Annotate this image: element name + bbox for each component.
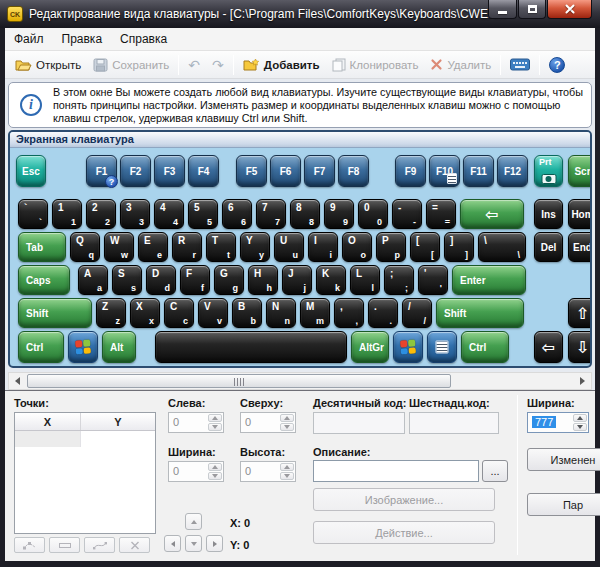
key-3[interactable]: 33	[120, 199, 150, 229]
browse-button[interactable]: ...	[482, 460, 508, 482]
key-f3[interactable]: F3	[154, 155, 185, 187]
key-minus[interactable]: --	[392, 199, 422, 229]
help-button[interactable]: ?	[543, 54, 571, 76]
key-f6[interactable]: F6	[270, 155, 301, 187]
horizontal-scrollbar[interactable]	[8, 372, 592, 390]
key-b[interactable]: Bb	[232, 298, 262, 328]
open-button[interactable]: Открыть	[9, 55, 87, 75]
save-button[interactable]: Сохранить	[87, 55, 175, 75]
key-a[interactable]: Aa	[78, 265, 108, 295]
menu-file[interactable]: Файл	[5, 29, 53, 49]
key-z[interactable]: Zz	[96, 298, 126, 328]
key-del[interactable]: Del	[534, 232, 563, 262]
key-f8[interactable]: F8	[338, 155, 369, 187]
params-button[interactable]: Пар	[527, 493, 600, 516]
key-tab[interactable]: Tab	[18, 232, 66, 262]
image-button[interactable]: Изображение...	[313, 488, 495, 511]
decimal-code-field[interactable]	[313, 412, 405, 434]
key-quote[interactable]: ''	[418, 265, 448, 295]
key-print-screen[interactable]: Prt	[534, 155, 563, 187]
key-p[interactable]: Pp	[376, 232, 406, 262]
scrollbar-thumb[interactable]	[27, 374, 451, 388]
delete-button[interactable]: Удалить	[424, 55, 497, 74]
key-x[interactable]: Xx	[130, 298, 160, 328]
change-button[interactable]: Изменен	[527, 448, 600, 471]
key-scroll-lock[interactable]: Scr	[568, 155, 592, 187]
key-backspace[interactable]: ⇦	[460, 199, 524, 229]
key-semicolon[interactable]: ;;	[384, 265, 414, 295]
key-g[interactable]: Gg	[214, 265, 244, 295]
key-home[interactable]: Hom	[568, 199, 592, 229]
key-period[interactable]: ..	[368, 298, 398, 328]
key-h[interactable]: Hh	[248, 265, 278, 295]
key-f12[interactable]: F12	[497, 155, 528, 187]
key-shift-left[interactable]: Shift	[18, 298, 92, 328]
key-caps[interactable]: Caps	[18, 265, 70, 295]
scroll-left-button[interactable]	[9, 373, 26, 389]
key-f11[interactable]: F11	[463, 155, 494, 187]
maximize-button[interactable]	[518, 0, 546, 19]
key-enter[interactable]: Enter	[452, 265, 526, 295]
column-header-x[interactable]: X	[15, 413, 81, 430]
key-arrow-left[interactable]: ⇦	[534, 331, 563, 363]
close-button[interactable]	[547, 0, 592, 19]
key-n[interactable]: Nn	[266, 298, 296, 328]
rectangle-button[interactable]	[49, 537, 80, 553]
key-bracket-left[interactable]: [[	[410, 232, 440, 262]
clone-button[interactable]: Клонировать	[326, 55, 425, 75]
key-arrow-down[interactable]: ⇩	[568, 331, 592, 363]
key-r[interactable]: Rr	[172, 232, 202, 262]
key-t[interactable]: Tt	[206, 232, 236, 262]
add-point-button[interactable]	[14, 537, 45, 553]
column-header-y[interactable]: Y	[81, 413, 155, 430]
key-e[interactable]: Ee	[138, 232, 168, 262]
add-button[interactable]: Добавить	[237, 55, 326, 75]
delete-point-button[interactable]	[119, 537, 150, 553]
key-ctrl-right[interactable]: Ctrl	[461, 331, 509, 363]
key-backquote[interactable]: ``	[18, 199, 48, 229]
key-8[interactable]: 88	[290, 199, 320, 229]
key-slash[interactable]: //	[402, 298, 432, 328]
key-7[interactable]: 77	[256, 199, 286, 229]
key-d[interactable]: Dd	[146, 265, 176, 295]
table-row[interactable]	[15, 431, 155, 447]
key-4[interactable]: 44	[154, 199, 184, 229]
key-f5[interactable]: F5	[236, 155, 267, 187]
key-f2[interactable]: F2	[120, 155, 151, 187]
key-ins[interactable]: Ins	[534, 199, 563, 229]
spin-down-button[interactable]	[208, 472, 222, 480]
key-f1[interactable]: F1?	[86, 155, 117, 187]
keyboard-view-button[interactable]	[504, 55, 536, 74]
spin-down-button[interactable]	[280, 472, 294, 480]
key-ctrl-left[interactable]: Ctrl	[18, 331, 64, 363]
nudge-left-button[interactable]	[164, 535, 181, 552]
key-u[interactable]: Uu	[274, 232, 304, 262]
key-f4[interactable]: F4	[188, 155, 219, 187]
height-spinner[interactable]: 0	[240, 461, 296, 482]
key-shift-right[interactable]: Shift	[436, 298, 524, 328]
key-f9[interactable]: F9	[395, 155, 426, 187]
key-win-left[interactable]	[68, 331, 98, 363]
key-v[interactable]: Vv	[198, 298, 228, 328]
key-menu-key[interactable]	[427, 331, 457, 363]
scroll-right-button[interactable]	[574, 373, 591, 389]
polyline-button[interactable]	[84, 537, 115, 553]
key-alt[interactable]: Alt	[102, 331, 136, 363]
key-o[interactable]: Oo	[342, 232, 372, 262]
menu-help[interactable]: Справка	[111, 29, 176, 49]
key-f[interactable]: Ff	[180, 265, 210, 295]
key-l[interactable]: Ll	[350, 265, 380, 295]
key-esc[interactable]: Esc	[16, 155, 46, 187]
spin-down-button[interactable]	[573, 423, 587, 431]
title-bar[interactable]: CK Редактирование вида клавиатуры - [C:\…	[0, 0, 600, 28]
description-field[interactable]	[313, 460, 479, 482]
top-spinner[interactable]: 0	[240, 412, 296, 433]
nudge-down-button[interactable]	[185, 535, 202, 552]
key-0[interactable]: 00	[358, 199, 388, 229]
minimize-button[interactable]	[488, 0, 517, 19]
key-w[interactable]: Ww	[104, 232, 134, 262]
key-m[interactable]: Mm	[300, 298, 330, 328]
key-j[interactable]: Jj	[282, 265, 312, 295]
key-arrow-up[interactable]: ⇧	[568, 298, 592, 328]
spin-up-button[interactable]	[280, 463, 294, 471]
